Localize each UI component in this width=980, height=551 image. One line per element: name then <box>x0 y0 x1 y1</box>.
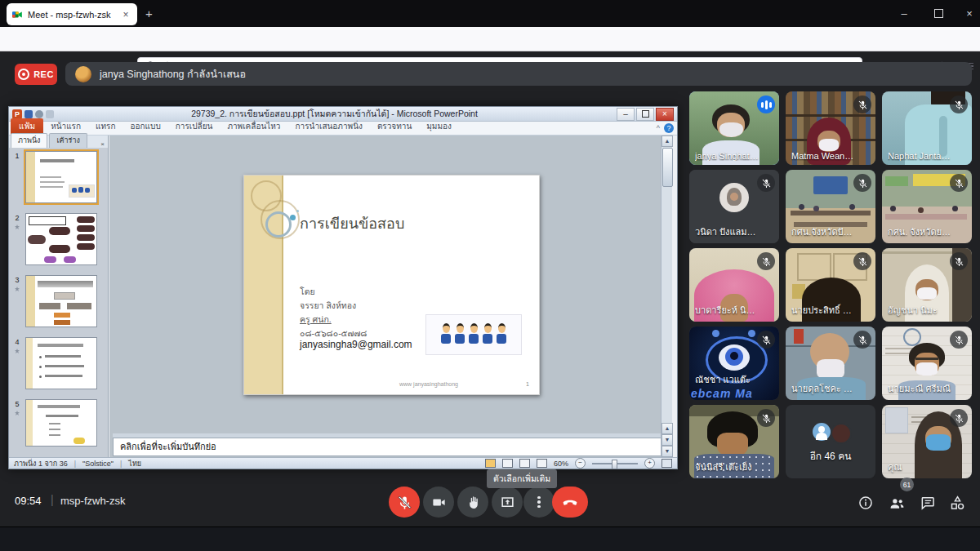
chat-button[interactable] <box>918 493 938 513</box>
save-icon[interactable] <box>24 110 33 118</box>
meeting-details-button[interactable] <box>856 493 875 513</box>
thumbnail-preview <box>25 399 97 447</box>
scroll-up-icon[interactable]: ▲ <box>662 136 673 147</box>
ribbon-tab-home[interactable]: หน้าแรก <box>43 118 88 135</box>
slide-text-author: จรรยา สิงห์ทอง <box>300 299 422 313</box>
slide-page-number: 1 <box>526 381 529 387</box>
participant-tile-naphat[interactable]: Naphat Jantaw... <box>882 91 972 165</box>
panel-tabs: ภาพนิ่ง เค้าร่าง × <box>9 136 108 148</box>
participant-tile-jannisri[interactable]: จันนิสรี เต๊ะเย็ง <box>689 405 779 478</box>
participant-tile-badariyah[interactable]: บาดารียะห์ นิบูละ <box>689 248 779 322</box>
ppt-scrollbar[interactable]: ▲ ▲ ▼ ▼ <box>661 136 672 457</box>
normal-view-icon[interactable] <box>485 459 496 468</box>
participant-tile-natcha[interactable]: ebcam Ma ณัชชา แวแต๊ะ <box>689 327 779 400</box>
ppt-close-button[interactable]: × <box>656 108 674 121</box>
slide-thumbnail-5[interactable]: 5 <box>9 397 109 457</box>
participant-tile-prasit[interactable]: นายประสิทธิ์ รับไ... <box>786 248 875 322</box>
previous-slide-icon[interactable]: ▲ <box>662 423 673 434</box>
mic-off-icon <box>950 174 968 192</box>
slide-thumbnail-1[interactable]: 1 <box>9 149 109 209</box>
status-slide-count: ภาพนิ่ง 1 จาก 36 <box>14 458 68 469</box>
slide-thumbnail-3[interactable]: 3 <box>9 273 109 333</box>
ribbon-tab-transitions[interactable]: การเปลี่ยน <box>168 118 220 135</box>
mic-toggle-button[interactable] <box>389 487 420 518</box>
participant-tile-nfe-yala[interactable]: กศน. จังหวัดยะลา <box>882 170 972 243</box>
participant-tile-matma[interactable]: Matma Weana... <box>786 91 875 165</box>
participant-tile-wanida[interactable]: วนิดา ปังแลมาปุเลา <box>689 170 779 243</box>
participant-name: อัญชนา นิมะ <box>888 303 952 318</box>
ppt-restore-icon <box>642 110 649 118</box>
ppt-slide: การเขียนข้อสอบ โดย จรรยา สิงห์ทอง ครู ศน… <box>243 175 540 395</box>
zoom-out-button[interactable]: − <box>575 458 586 469</box>
new-tab-button[interactable]: + <box>145 7 153 20</box>
ribbon-tab-view[interactable]: มุมมอง <box>419 118 459 135</box>
help-icon[interactable]: ? <box>664 123 674 133</box>
leave-call-button[interactable] <box>552 487 588 518</box>
window-minimize-button[interactable]: – <box>890 0 918 27</box>
fit-to-window-icon[interactable] <box>662 459 672 468</box>
rec-label: REC <box>33 69 54 79</box>
redo-icon[interactable] <box>46 110 54 118</box>
activities-button[interactable] <box>947 493 967 513</box>
slide-text-role: ครู ศน่ก. <box>300 313 422 327</box>
activities-icon <box>949 495 966 512</box>
camera-toggle-button[interactable] <box>423 487 454 518</box>
slideshow-view-icon[interactable] <box>537 459 547 468</box>
panel-tab-slides[interactable]: ภาพนิ่ง <box>11 133 47 148</box>
participant-tile-anchana[interactable]: อัญชนา นิมะ <box>882 248 972 322</box>
slide-thumbnail-2[interactable]: 2 <box>9 211 109 271</box>
window-restore-button[interactable] <box>924 0 952 27</box>
more-options-button[interactable] <box>523 487 555 518</box>
ppt-restore-button[interactable] <box>636 108 654 121</box>
zoom-slider[interactable] <box>592 463 638 464</box>
participants-button[interactable] <box>887 493 906 513</box>
mic-off-icon <box>950 252 968 270</box>
browser-tab[interactable]: Meet - msp-fzwh-zsk × <box>7 3 137 25</box>
present-icon <box>500 495 515 510</box>
more-dots-icon <box>537 495 541 510</box>
panel-tab-outline[interactable]: เค้าร่าง <box>49 133 87 148</box>
participant-tile-nfe-pattani[interactable]: กศน.จังหวัดปัตต... <box>786 170 875 243</box>
ribbon-tab-review[interactable]: ตรวจทาน <box>370 118 419 135</box>
participant-tile-manee[interactable]: นายมะณี ศรีมณี <box>882 327 972 400</box>
slide-sorter-view-icon[interactable] <box>502 459 513 468</box>
window-close-button[interactable]: × <box>956 0 980 27</box>
mic-off-icon <box>853 96 871 113</box>
scroll-down-icon[interactable]: ▼ <box>662 446 673 457</box>
status-language[interactable]: ไทย <box>128 458 141 469</box>
participant-tile-janya[interactable]: janya Singhath... <box>689 91 779 165</box>
notes-placeholder[interactable]: คลิกเพื่อที่จะเพิ่มบันทึกย่อ <box>113 438 670 456</box>
transition-star-icon <box>15 411 20 415</box>
ppt-ribbon-tabs: แฟ้ม หน้าแรก แทรก ออกแบบ การเปลี่ยน ภาพเ… <box>9 122 677 136</box>
ppt-status-bar: ภาพนิ่ง 1 จาก 36 | "Solstice" | ไทย 60% … <box>9 457 677 469</box>
ribbon-tab-design[interactable]: ออกแบบ <box>123 118 168 135</box>
reading-view-icon[interactable] <box>519 459 530 468</box>
next-slide-icon[interactable]: ▼ <box>662 434 673 446</box>
self-tile[interactable]: คุณ <box>882 405 972 478</box>
meeting-clock: 09:54 <box>15 495 42 507</box>
undo-icon[interactable] <box>35 110 43 118</box>
zoom-in-button[interactable]: + <box>644 458 655 469</box>
present-button[interactable] <box>492 487 523 518</box>
tab-close-icon[interactable]: × <box>119 9 132 20</box>
info-icon <box>858 495 874 511</box>
ribbon-tab-animations[interactable]: ภาพเคลื่อนไหว <box>220 118 287 135</box>
powerpoint-window: P 29739_2. การเขียนข้อสอบ.ppt [โหมดความเ… <box>8 106 678 469</box>
zoom-slider-thumb[interactable] <box>612 460 617 469</box>
participants-count-badge: 61 <box>900 478 914 491</box>
ribbon-tab-slideshow[interactable]: การนำเสนอภาพนิ่ง <box>288 118 370 135</box>
participant-name: นายดุลโชคะ มะแซ <box>791 381 856 396</box>
ribbon-tab-insert[interactable]: แทรก <box>88 118 122 135</box>
ribbon-collapse-icon[interactable]: ^ <box>657 124 660 132</box>
overflow-tile[interactable]: อีก 46 คน <box>786 405 875 478</box>
participant-tile-dulchoka[interactable]: นายดุลโชคะ มะแซ <box>786 327 875 400</box>
ribbon-tab-file[interactable]: แฟ้ม <box>11 118 43 135</box>
participant-name: Matma Weana... <box>791 151 856 161</box>
ppt-minimize-button[interactable]: – <box>617 108 635 121</box>
slide-number: 1 <box>15 152 19 160</box>
raise-hand-button[interactable] <box>457 487 488 518</box>
slide-thumbnail-4[interactable]: 4 <box>9 335 109 395</box>
quick-access-toolbar[interactable]: P <box>12 109 54 119</box>
scroll-thumb[interactable] <box>662 148 673 187</box>
panel-close-icon[interactable]: × <box>100 140 105 148</box>
